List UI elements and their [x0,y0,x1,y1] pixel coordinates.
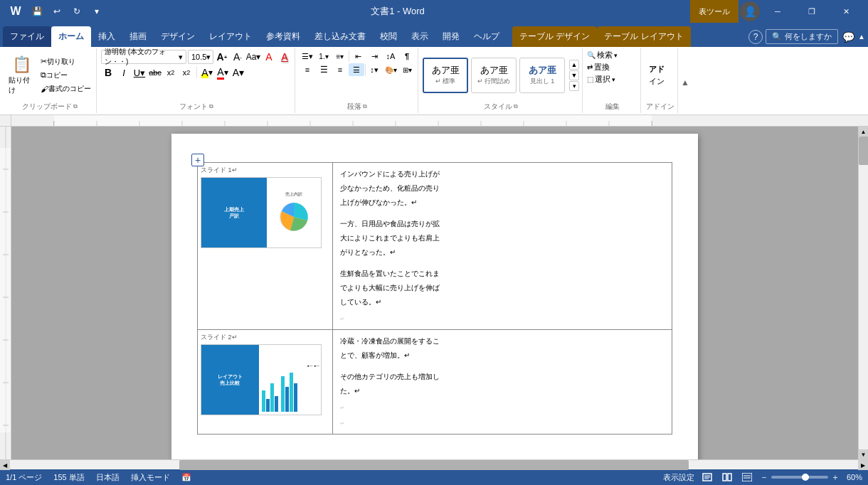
document-canvas[interactable]: + スライド 1↵ 上期売上戸訳 [11,127,858,459]
styles-expand-icon[interactable]: ⧉ [514,103,518,110]
shading-para-button[interactable]: 🎨▾ [383,63,398,76]
scroll-up-button[interactable]: ▲ [859,127,869,137]
replace-button[interactable]: 置換 [594,62,610,73]
paste-button[interactable]: 📋 貼り付け [6,54,37,97]
horizontal-scrollbar-area: ◀ ▶ [0,459,868,469]
zoom-level[interactable]: 60% [842,473,862,481]
zoom-slider[interactable] [771,476,828,479]
scroll-left-button[interactable]: ◀ [0,460,10,470]
decrease-indent-button[interactable]: ⇤ [350,50,366,63]
vertical-scrollbar[interactable]: ▲ ▼ [858,127,868,459]
tab-table-design[interactable]: テーブル デザイン [512,26,597,47]
tab-file[interactable]: ファイル [3,26,51,47]
redo-qat-button[interactable]: ↻ [68,3,85,20]
read-mode-button[interactable] [720,471,734,483]
select-button[interactable]: 選択 [595,74,610,85]
view-settings-button[interactable]: 表示設定 [663,472,694,483]
h-scroll-thumb[interactable] [179,460,688,470]
copy-button[interactable]: ⧉ コピー [38,69,70,82]
whatdo-input[interactable]: 🔍 何をしますか [766,29,838,44]
search-button[interactable]: 検索 [597,50,613,60]
text-effects-button[interactable]: A [277,50,292,64]
align-right-button[interactable]: ≡ [332,63,348,76]
tab-insert[interactable]: 挿入 [91,26,122,47]
tab-review[interactable]: 校閲 [373,26,404,47]
tab-view[interactable]: 表示 [404,26,435,47]
undo-qat-button[interactable]: ↩ [48,3,65,20]
word-count[interactable]: 155 単語 [53,472,84,483]
qat-more-button[interactable]: ▾ [88,3,105,20]
tab-draw[interactable]: 描画 [122,26,154,47]
shading-button[interactable]: A▾ [231,65,245,80]
web-layout-button[interactable] [740,471,754,483]
numbering-button[interactable]: 1.▾ [316,50,332,63]
justify-button[interactable]: ☰ [349,63,364,76]
account-button[interactable]: 👤 [740,1,760,21]
style-more-button[interactable]: ▾ [569,81,579,91]
multilevel-button[interactable]: ≡▾ [332,50,348,63]
bold-button[interactable]: B [101,65,115,80]
ribbon-collapse-arrow[interactable]: ▲ [679,48,691,117]
close-button[interactable]: ✕ [830,0,862,23]
addin-button[interactable]: アド イン [645,54,668,97]
font-expand-icon[interactable]: ⧉ [209,103,213,110]
line-spacing-button[interactable]: ↕▾ [366,63,382,76]
message-icon[interactable]: 💬 [841,30,855,44]
subscript-button[interactable]: x2 [164,65,178,80]
paragraph-expand-icon[interactable]: ⧉ [363,103,367,110]
restore-button[interactable]: ❐ [795,0,828,23]
underline-button[interactable]: U▾ [132,65,147,80]
show-marks-button[interactable]: ¶ [399,50,415,63]
font-shrink-button[interactable]: A- [231,50,245,64]
page-info[interactable]: 1/1 ページ [6,472,42,483]
language-status[interactable]: 日本語 [96,472,120,483]
tab-layout[interactable]: レイアウト [202,26,259,47]
tab-design[interactable]: デザイン [154,26,202,47]
tab-help[interactable]: ヘルプ [467,26,507,47]
italic-button[interactable]: I [117,65,131,80]
style-normal[interactable]: あア亜 ↵ 標準 [423,58,468,93]
format-copy-button[interactable]: 🖌 書式のコピー [38,82,93,95]
scroll-down-button[interactable]: ▼ [859,449,869,459]
scroll-right-button[interactable]: ▶ [858,460,868,470]
font-size-selector[interactable]: 10.5 ▾ [188,50,213,64]
tab-references[interactable]: 参考資料 [259,26,307,47]
align-center-button[interactable]: ☰ [316,63,332,76]
tab-dev[interactable]: 開発 [435,26,467,47]
clipboard-expand-icon[interactable]: ⧉ [73,103,78,110]
content-area: + スライド 1↵ 上期売上戸訳 [0,127,868,459]
search-dropdown-icon[interactable]: ▾ [614,52,618,59]
style-compact[interactable]: あア亜 ↵ 行間詰め [471,58,517,93]
select-dropdown-icon[interactable]: ▾ [612,76,615,83]
font-grow-button[interactable]: A+ [215,50,229,64]
add-row-button[interactable]: + [191,154,204,166]
bullets-button[interactable]: ☰▾ [300,50,315,63]
style-heading1[interactable]: あア亜 見出し 1 [519,58,565,93]
text-highlight-button[interactable]: A▾ [200,65,214,80]
calendar-status[interactable]: 📅 [181,472,191,483]
tab-home[interactable]: ホーム [51,26,91,47]
change-case-button[interactable]: Aa▾ [246,50,260,64]
styles-group: あア亜 ↵ 標準 あア亜 ↵ 行間詰め あア亜 見出し 1 ▲ ▼ ▾ スタイル… [420,48,583,113]
align-left-button[interactable]: ≡ [300,63,315,76]
style-scroll-down[interactable]: ▼ [569,70,579,80]
superscript-button[interactable]: x2 [179,65,194,80]
style-scroll-up[interactable]: ▲ [569,60,579,70]
tab-table-layout[interactable]: テーブル レイアウト [597,26,690,47]
clear-format-button[interactable]: A [262,50,276,64]
minimize-button[interactable]: ─ [761,0,794,23]
font-name-selector[interactable]: 游明朝 (本文のフォン・・) ▾ [101,50,186,64]
scroll-thumb[interactable] [859,137,869,165]
font-color-button[interactable]: A▾ [216,65,230,80]
print-layout-button[interactable] [700,471,714,483]
sort-button[interactable]: ↕A [383,50,398,63]
borders-button[interactable]: ⊞▾ [399,63,415,76]
increase-indent-button[interactable]: ⇥ [366,50,382,63]
strikethrough-button[interactable]: abc [148,65,162,80]
cut-button[interactable]: ✂ 切り取り [38,55,78,68]
tab-mailings[interactable]: 差し込み文書 [307,26,373,47]
help-icon[interactable]: ? [748,30,763,44]
insert-mode[interactable]: 挿入モード [131,472,170,483]
save-qat-button[interactable]: 💾 [28,3,46,20]
ribbon-collapse-button[interactable]: ▲ [858,33,865,41]
